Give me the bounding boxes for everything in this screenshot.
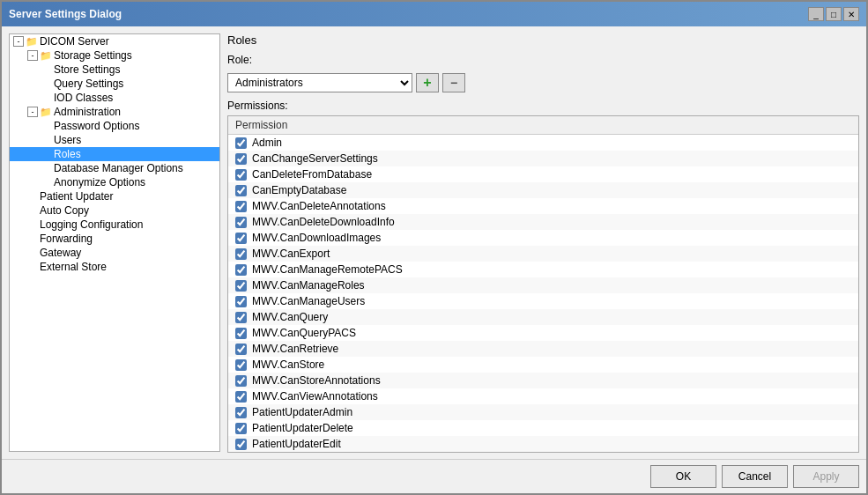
role-select-wrapper: Administrators Radiologists Technicians … [227,73,859,92]
ok-button[interactable]: OK [650,465,716,488]
tree-item-gateway[interactable]: Gateway [10,246,219,260]
main-content: - 📁 DICOM Server - 📁 Storage Settings St… [2,26,866,459]
tree-item-store-settings[interactable]: Store Settings [10,63,219,77]
role-select[interactable]: Administrators Radiologists Technicians … [227,73,412,92]
tree-item-iod-classes[interactable]: IOD Classes [10,91,219,105]
minimize-button[interactable]: _ [808,7,824,21]
remove-role-button[interactable]: − [442,73,465,92]
tree-item-users[interactable]: Users [10,133,219,147]
tree-item-forwarding[interactable]: Forwarding [10,232,219,246]
permission-item: MWV.CanStore [228,357,858,373]
close-button[interactable]: ✕ [843,7,859,21]
permission-checkbox[interactable] [235,169,247,181]
tree-item-db-manager[interactable]: Database Manager Options [10,161,219,175]
tree-item-administration[interactable]: - 📁 Administration [10,105,219,119]
tree-label-password-options: Password Options [54,120,139,132]
permission-name: CanChangeServerSettings [252,152,378,165]
tree-item-anonymize[interactable]: Anonymize Options [10,175,219,189]
tree-label-external-store: External Store [40,261,107,273]
expand-icon-dicom[interactable]: - [13,36,24,47]
permission-item: CanDeleteFromDatabase [228,166,858,182]
permission-checkbox[interactable] [235,439,247,450]
remove-icon: − [450,77,457,89]
add-icon: + [423,75,431,91]
permission-checkbox[interactable] [235,312,247,323]
permission-name: MWV.CanManageUsers [252,295,365,307]
tree-item-password-options[interactable]: Password Options [10,119,219,133]
dialog-title: Server Settings Dialog [9,8,122,20]
role-label: Role: [227,54,252,66]
permission-name: MWV.CanQuery [252,311,328,323]
permission-name: MWV.CanManageRoles [252,279,365,292]
permission-checkbox[interactable] [235,217,247,228]
tree-label-forwarding: Forwarding [40,233,93,245]
tree-label-anonymize: Anonymize Options [54,176,145,188]
permissions-label: Permissions: [227,100,859,112]
folder-icon-storage: 📁 [40,50,52,62]
permission-checkbox[interactable] [235,407,247,418]
permissions-table: Permission AdminCanChangeServerSettingsC… [227,115,859,453]
expand-icon-storage[interactable]: - [27,50,38,61]
permission-name: CanEmptyDatabase [252,184,346,196]
expand-icon-admin[interactable]: - [27,107,38,117]
permission-item: MWV.CanDeleteAnnotations [228,198,858,214]
tree-item-dicom-server[interactable]: - 📁 DICOM Server [10,34,219,48]
permission-name: MWV.CanExport [252,248,330,260]
role-row: Role: [227,54,859,66]
permission-item: MWV.CanManageUsers [228,293,858,309]
tree-label-dicom-server: DICOM Server [40,35,109,48]
permission-checkbox[interactable] [235,185,247,196]
permission-item: MWV.CanViewAnnotations [228,388,858,404]
permission-item: MWV.CanQueryPACS [228,325,858,341]
roles-section: Roles Role: Administrators Radiologists … [227,33,859,453]
permission-checkbox[interactable] [235,359,247,371]
right-panel: Roles Role: Administrators Radiologists … [227,33,859,452]
tree-label-users: Users [54,134,81,146]
tree-item-auto-copy[interactable]: Auto Copy [10,203,219,218]
tree-item-patient-updater[interactable]: Patient Updater [10,189,219,203]
permission-checkbox[interactable] [235,296,247,307]
tree-item-storage-settings[interactable]: - 📁 Storage Settings [10,48,219,63]
cancel-button[interactable]: Cancel [722,465,788,488]
tree-label-administration: Administration [54,106,121,118]
tree-item-query-settings[interactable]: Query Settings [10,77,219,91]
permission-checkbox[interactable] [235,423,247,434]
server-settings-dialog: Server Settings Dialog _ □ ✕ - 📁 DICOM S… [0,0,868,495]
apply-button[interactable]: Apply [793,465,859,488]
permission-checkbox[interactable] [235,375,247,387]
tree-item-external-store[interactable]: External Store [10,260,219,274]
permission-checkbox[interactable] [235,264,247,276]
permission-item: PatientUpdaterAdmin [228,404,858,420]
permission-name: Admin [252,137,282,149]
tree-label-storage-settings: Storage Settings [54,49,132,62]
permission-name: MWV.CanStore [252,358,324,371]
permission-checkbox[interactable] [235,233,247,244]
roles-section-title: Roles [227,33,859,47]
permission-checkbox[interactable] [235,280,247,292]
tree-item-logging[interactable]: Logging Configuration [10,218,219,232]
tree-label-roles: Roles [54,148,81,160]
permission-checkbox[interactable] [235,248,247,260]
permission-checkbox[interactable] [235,153,247,165]
add-role-button[interactable]: + [416,73,439,92]
permission-name: MWV.CanViewAnnotations [252,390,378,403]
permission-checkbox[interactable] [235,391,247,403]
permission-name: PatientUpdaterAdmin [252,406,352,418]
permission-checkbox[interactable] [235,137,247,149]
tree-label-iod-classes: IOD Classes [54,92,113,104]
tree-label-store-settings: Store Settings [54,63,120,76]
permission-item: MWV.CanQuery [228,309,858,325]
permission-item: PatientUpdaterEdit [228,436,858,452]
permission-name: PatientUpdaterDelete [252,422,353,434]
permission-name: PatientUpdaterEdit [252,438,341,450]
maximize-button[interactable]: □ [826,7,842,21]
permission-item: CanEmptyDatabase [228,182,858,198]
tree-item-roles[interactable]: Roles [10,147,219,161]
tree-label-logging: Logging Configuration [40,218,143,231]
permission-name: MWV.CanStoreAnnotations [252,374,381,387]
permissions-header: Permission [228,116,858,135]
permission-checkbox[interactable] [235,328,247,339]
tree-label-auto-copy: Auto Copy [40,204,89,217]
permission-checkbox[interactable] [235,201,247,212]
permission-checkbox[interactable] [235,344,247,355]
